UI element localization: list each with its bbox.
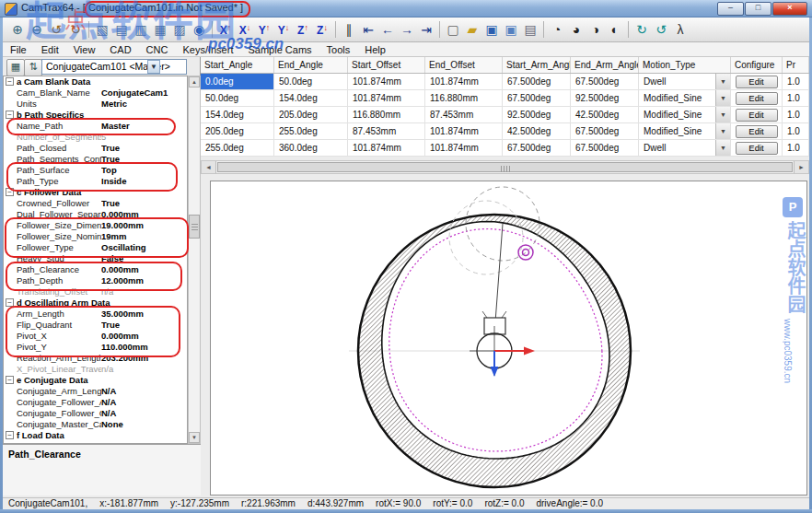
segment-cell[interactable]: 101.874mm [348,140,425,156]
rotate-z-plus-icon[interactable]: Z↑ [294,20,312,39]
property-row[interactable]: X_Pivot_Linear_Traveln/a [4,364,187,375]
segment-cell[interactable]: 255.0deg [274,123,348,139]
minimize-button[interactable]: – [717,2,744,16]
menu-help[interactable]: Help [357,43,393,56]
property-section[interactable]: −d Oscillating Arm Data [4,297,187,309]
segment-cell[interactable]: 50.0deg [201,90,274,106]
property-value[interactable]: ConjugateCam1 [101,87,187,99]
menu-cad[interactable]: CAD [102,43,138,56]
pressure-cell[interactable]: 1.0 [783,74,809,89]
property-value[interactable]: 0.000mm [101,264,187,275]
view-iso-icon[interactable]: ▧ [93,20,111,39]
property-value[interactable]: Metric [101,99,187,110]
title-bar[interactable]: CamTrax64 - [ ConjugateCam101.in Not Sav… [0,0,812,17]
property-value[interactable]: N/A [101,408,187,419]
zoom-in-icon[interactable]: ⊕ [8,20,27,39]
property-value[interactable]: 35.000mm [101,309,187,320]
rotate-view-cw-icon[interactable]: ↻ [66,20,85,39]
column-header[interactable]: Start_Offset [348,57,425,73]
property-section[interactable]: −b Path Specifics [4,110,187,121]
view-back-icon[interactable]: ▨ [170,20,189,39]
menu-view[interactable]: View [66,43,103,56]
property-row[interactable]: Path_Clearance0.000mm [4,264,187,275]
segment-cell[interactable]: 50.0deg [274,74,348,89]
property-row[interactable]: Path_TypeInside [4,176,187,187]
property-row[interactable]: Pivot_X0.000mm [4,331,187,342]
view-top-icon[interactable]: ▥ [132,20,150,39]
categorized-view-button[interactable]: ▦ [6,59,25,76]
property-value[interactable]: 19mm [101,231,187,242]
close-button[interactable]: × [772,2,807,16]
cam-selector-combobox[interactable]: ConjugateCam101 <Master> [41,59,187,75]
menu-edit[interactable]: Edit [34,43,66,56]
property-scrollbar[interactable]: ▲ ▼ [188,76,201,444]
segment-cell[interactable]: 154.0deg [201,107,274,122]
save-as-icon[interactable]: ▣ [502,20,520,39]
formula-icon[interactable]: λ [671,20,690,39]
property-value[interactable]: 110.000mm [101,342,187,353]
view-shaded-icon[interactable]: ◉ [190,20,208,39]
edit-button[interactable]: Edit [736,76,778,88]
animate-cw-icon[interactable]: ↻ [632,20,651,39]
segment-cell[interactable]: 101.874mm [425,123,503,139]
collapse-icon[interactable]: − [6,376,14,384]
property-value[interactable]: 0.000mm [101,209,187,220]
segment-cell[interactable]: 92.500deg [503,107,571,122]
segment-row[interactable]: 0.0deg50.0deg101.874mm101.874mm67.500deg… [201,74,809,90]
segment-cell[interactable]: 101.874mm [348,74,425,89]
property-value[interactable]: Oscillating [101,242,187,253]
column-header[interactable]: Configure [731,57,783,73]
property-value[interactable]: 12.000mm [101,275,187,286]
property-row[interactable]: Path_ClosedTrue [4,143,187,154]
segment-cell[interactable]: 67.500deg [571,123,639,139]
property-value[interactable]: n/a [101,364,187,375]
property-row[interactable]: Number_of_Segments5 [4,132,187,143]
scroll-up-icon[interactable]: ▲ [189,76,200,87]
property-value[interactable]: N/A [101,397,187,408]
property-row[interactable]: Reaction_Arm_Length203.200mm [4,353,187,364]
cam-blank-icon[interactable]: ◕ [567,20,586,39]
go-last-icon[interactable]: ⇥ [417,20,435,39]
scroll-left-icon[interactable]: ◄ [202,161,216,173]
h-scrollbar-thumb[interactable] [217,162,793,172]
column-header[interactable]: End_Offset [425,57,503,73]
menu-file[interactable]: File [3,43,34,56]
dropdown-arrow-icon[interactable]: ▼ [715,123,730,139]
column-header[interactable]: End_Angle [274,57,348,73]
rotate-y-minus-icon[interactable]: Y↓ [274,20,293,39]
zoom-out-icon[interactable]: ⊖ [28,20,46,39]
property-value[interactable]: 203.200mm [101,353,187,364]
property-section[interactable]: −f Load Data [4,430,187,441]
menu-cnc[interactable]: CNC [139,43,176,56]
property-row[interactable]: Pivot_Y110.000mm [4,342,187,353]
property-row[interactable]: Name_PathMaster [4,121,187,132]
property-section[interactable]: −c Follower Data [4,187,187,198]
property-row[interactable]: UnitsMetric [4,99,187,110]
column-header[interactable]: Start_Arm_Angle [503,57,571,73]
property-row[interactable]: Conjugate_Master_CamPathNone [4,419,187,430]
property-value[interactable]: Inside [101,176,187,187]
property-row[interactable]: Path_Depth12.000mm [4,275,187,286]
segment-cell[interactable]: 67.500deg [571,74,639,89]
segment-cell[interactable]: 154.0deg [274,90,348,106]
property-row[interactable]: Heavy_StudFalse [4,253,187,264]
segment-cell[interactable]: 92.500deg [571,90,639,106]
step-forward-icon[interactable]: → [398,20,416,39]
property-row[interactable]: Crowned_FollowerTrue [4,198,187,209]
edit-button[interactable]: Edit [736,92,778,105]
go-first-icon[interactable]: ⇤ [359,20,377,39]
segment-cell[interactable]: 360.0deg [274,140,348,156]
segment-cell[interactable]: 67.500deg [571,140,639,156]
cam-path-icon[interactable]: ◑ [586,20,605,39]
collapse-icon[interactable]: − [6,188,14,196]
property-row[interactable]: Conjugate_Follower_AngleN/A [4,397,187,408]
property-row[interactable]: Follower_Size_Dimensional19.000mm [4,220,187,231]
property-row[interactable]: Path_Segments_ContinuousTrue [4,154,187,165]
property-row[interactable]: Conjugate_Follower_Center_DN/A [4,408,187,419]
segment-cell[interactable]: 0.0deg [201,74,274,89]
rotate-x-minus-icon[interactable]: X↓ [236,20,254,39]
segment-cell[interactable]: 42.500deg [503,123,571,139]
property-value[interactable]: True [101,143,187,154]
motion-type-dropdown[interactable]: Dwell▼ [639,74,731,89]
maximize-button[interactable]: □ [745,2,771,16]
